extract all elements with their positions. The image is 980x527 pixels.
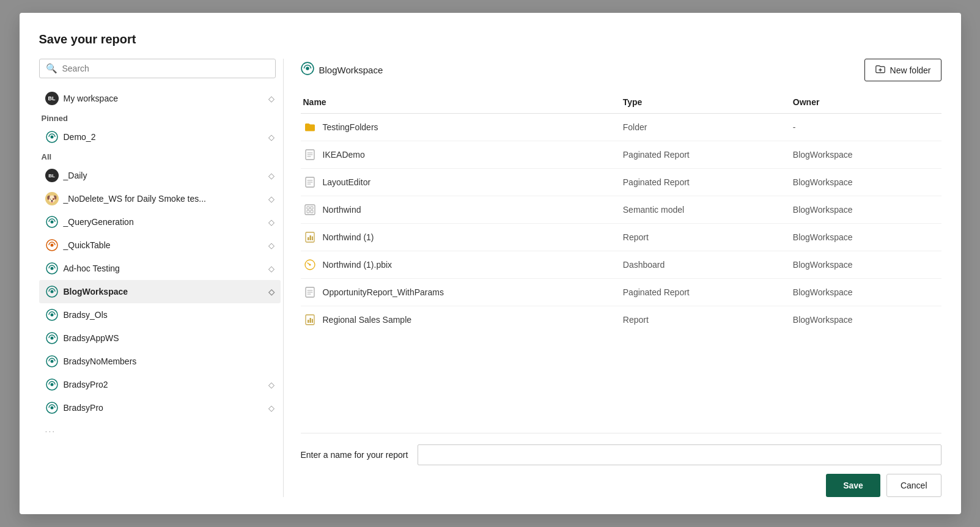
file-type: Report bbox=[616, 306, 786, 334]
sidebar-item-my-workspace[interactable]: BL My workspace ◇ bbox=[39, 87, 281, 110]
svg-point-15 bbox=[50, 360, 53, 363]
sidebar-item-bradsyols[interactable]: Bradsy_Ols bbox=[39, 303, 281, 326]
file-type: Paginated Report bbox=[616, 279, 786, 306]
sidebar-item-daily[interactable]: BL _Daily ◇ bbox=[39, 164, 281, 187]
file-type: Paginated Report bbox=[616, 141, 786, 169]
fabric-orange-icon bbox=[45, 238, 59, 252]
workspace-badge: ◇ bbox=[268, 218, 274, 227]
modal-body: 🔍 BL My workspace ◇ Pinned bbox=[39, 59, 941, 497]
section-label-all: All bbox=[39, 149, 281, 164]
file-owner: BlogWorkspace bbox=[786, 196, 941, 224]
file-owner: BlogWorkspace bbox=[786, 224, 941, 251]
col-owner: Owner bbox=[786, 92, 941, 114]
sidebar-item-querygeneration[interactable]: _QueryGeneration ◇ bbox=[39, 210, 281, 234]
table-row[interactable]: TestingFolders Folder - bbox=[301, 114, 941, 141]
svg-point-11 bbox=[50, 314, 53, 317]
file-owner: BlogWorkspace bbox=[786, 251, 941, 279]
file-type: Semantic model bbox=[616, 196, 786, 224]
right-panel-header: BlogWorkspace New folder bbox=[301, 59, 941, 81]
file-type-icon bbox=[303, 203, 317, 216]
modal-footer: Enter a name for your report Save Cancel bbox=[301, 433, 941, 497]
sidebar-item-bradsyappws[interactable]: BradsyAppWS bbox=[39, 326, 281, 350]
sidebar-item-adhoc[interactable]: Ad-hoc Testing ◇ bbox=[39, 257, 281, 280]
file-type-icon bbox=[303, 230, 317, 244]
file-owner: - bbox=[786, 114, 941, 141]
avatar-icon: BL bbox=[45, 92, 59, 105]
save-button[interactable]: Save bbox=[826, 474, 880, 497]
file-type-icon bbox=[303, 258, 317, 271]
file-name: OpportunityReport_WithParams bbox=[323, 287, 444, 297]
search-icon: 🔍 bbox=[46, 63, 57, 74]
svg-rect-33 bbox=[308, 320, 309, 323]
workspace-badge: ◇ bbox=[268, 380, 274, 389]
workspace-badge: ◇ bbox=[268, 171, 274, 180]
sidebar-item-bradsypro[interactable]: BradsyPro ◇ bbox=[39, 396, 281, 419]
svg-point-3 bbox=[50, 221, 53, 224]
table-row[interactable]: IKEADemo Paginated Report BlogWorkspace bbox=[301, 141, 941, 169]
workspace-badge: ◇ bbox=[268, 94, 274, 103]
workspace-name: _Daily bbox=[64, 171, 262, 180]
new-folder-icon bbox=[875, 64, 886, 76]
svg-rect-27 bbox=[309, 235, 311, 240]
workspace-name: Ad-hoc Testing bbox=[64, 264, 262, 273]
col-name: Name bbox=[301, 92, 616, 114]
file-name: IKEADemo bbox=[323, 150, 365, 160]
file-type: Dashboard bbox=[616, 251, 786, 279]
file-name: LayoutEditor bbox=[323, 177, 371, 187]
section-label-pinned: Pinned bbox=[39, 110, 281, 125]
svg-rect-34 bbox=[309, 318, 311, 323]
breadcrumb: BlogWorkspace bbox=[301, 62, 383, 78]
svg-point-30 bbox=[309, 264, 311, 266]
workspace-name: BradsyNoMembers bbox=[64, 356, 274, 366]
fabric-icon bbox=[45, 355, 59, 368]
col-type: Type bbox=[616, 92, 786, 114]
svg-point-19 bbox=[50, 407, 53, 410]
avatar-dark-icon: BL bbox=[45, 169, 59, 182]
svg-point-7 bbox=[50, 267, 53, 270]
sidebar-item-nodelete[interactable]: 🐶 _NoDelete_WS for Daily Smoke tes... ◇ bbox=[39, 187, 281, 210]
table-row[interactable]: Northwind Semantic model BlogWorkspace bbox=[301, 196, 941, 224]
table-row[interactable]: LayoutEditor Paginated Report BlogWorksp… bbox=[301, 169, 941, 196]
svg-point-17 bbox=[50, 383, 53, 386]
table-row[interactable]: Regional Sales Sample Report BlogWorkspa… bbox=[301, 306, 941, 334]
modal-title: Save your report bbox=[39, 32, 941, 46]
file-owner: BlogWorkspace bbox=[786, 306, 941, 334]
cancel-button[interactable]: Cancel bbox=[886, 474, 941, 497]
new-folder-button[interactable]: New folder bbox=[864, 59, 941, 81]
workspace-name: Bradsy_Ols bbox=[64, 310, 274, 320]
left-panel: 🔍 BL My workspace ◇ Pinned bbox=[39, 59, 284, 497]
svg-point-1 bbox=[50, 136, 53, 139]
breadcrumb-fabric-icon bbox=[301, 62, 314, 78]
right-panel: BlogWorkspace New folder bbox=[284, 59, 941, 497]
sidebar-item-bradsypro2[interactable]: BradsyPro2 ◇ bbox=[39, 373, 281, 396]
table-row[interactable]: OpportunityReport_WithParams Paginated R… bbox=[301, 279, 941, 306]
file-name: Northwind bbox=[323, 205, 361, 215]
file-owner: BlogWorkspace bbox=[786, 169, 941, 196]
modal-overlay: Save your report 🔍 BL My workspace ◇ bbox=[0, 0, 980, 527]
workspace-badge: ◇ bbox=[268, 404, 274, 413]
new-folder-label: New folder bbox=[890, 65, 931, 75]
table-row[interactable]: Northwind (1).pbix Dashboard BlogWorkspa… bbox=[301, 251, 941, 279]
workspace-badge: ◇ bbox=[268, 287, 274, 297]
svg-rect-24 bbox=[305, 205, 315, 215]
sidebar-item-bradsynomembers[interactable]: BradsyNoMembers bbox=[39, 350, 281, 373]
table-header-row: Name Type Owner bbox=[301, 92, 941, 114]
file-type-icon bbox=[303, 120, 317, 134]
workspace-name: _QueryGeneration bbox=[64, 217, 262, 227]
report-name-label: Enter a name for your report bbox=[301, 450, 408, 460]
svg-rect-28 bbox=[312, 237, 313, 241]
sidebar-item-blogworkspace[interactable]: BlogWorkspace ◇ bbox=[39, 280, 281, 303]
search-input[interactable] bbox=[62, 64, 269, 73]
file-name: Regional Sales Sample bbox=[323, 315, 412, 325]
fabric-icon bbox=[45, 285, 59, 298]
fabric-icon bbox=[45, 331, 59, 345]
fabric-icon bbox=[45, 262, 59, 275]
table-row[interactable]: Northwind (1) Report BlogWorkspace bbox=[301, 224, 941, 251]
sidebar-item-demo2[interactable]: Demo_2 ◇ bbox=[39, 125, 281, 149]
workspace-name: BlogWorkspace bbox=[64, 287, 262, 297]
search-box[interactable]: 🔍 bbox=[39, 59, 276, 78]
report-name-row: Enter a name for your report bbox=[301, 444, 941, 465]
file-owner: BlogWorkspace bbox=[786, 279, 941, 306]
report-name-input[interactable] bbox=[418, 444, 941, 465]
sidebar-item-quicktable[interactable]: _QuickTable ◇ bbox=[39, 234, 281, 257]
